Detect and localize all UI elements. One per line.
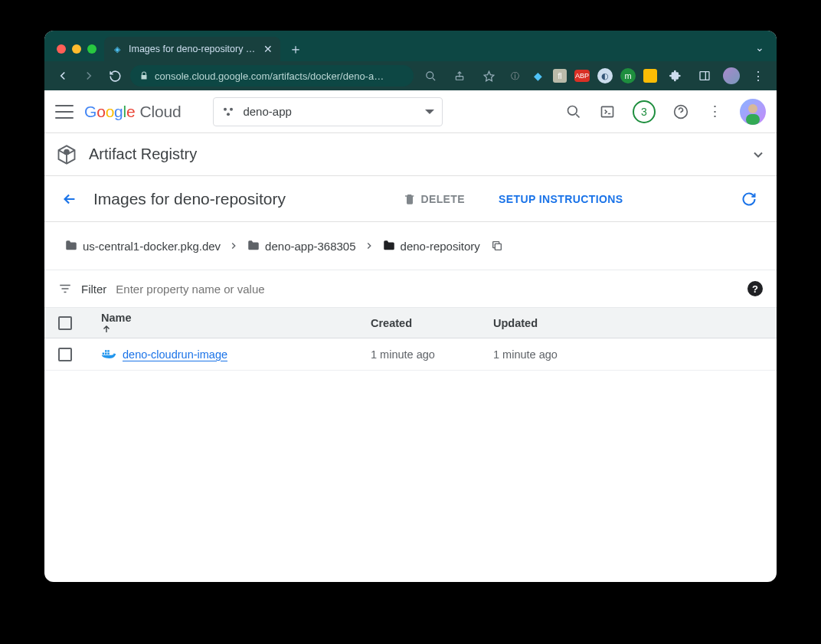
column-header-created[interactable]: Created [371,317,493,329]
breadcrumb-label: us-central1-docker.pkg.dev [83,240,221,253]
nav-menu-button[interactable] [55,105,74,119]
breadcrumb-item[interactable]: deno-app-368305 [247,239,355,253]
svg-rect-13 [103,352,105,355]
back-button[interactable] [52,65,74,87]
svg-point-4 [230,107,233,110]
filter-input[interactable] [116,283,738,296]
help-icon[interactable]: ? [747,281,763,296]
svg-point-5 [227,113,230,116]
column-header-updated[interactable]: Updated [493,317,763,329]
filter-label: Filter [81,283,106,296]
svg-rect-2 [700,72,709,80]
gcp-topbar: Google Cloud deno-app 3 ⋮ [44,90,777,133]
setup-instructions-button[interactable]: SETUP INSTRUCTIONS [499,193,623,205]
svg-rect-15 [107,352,110,355]
new-tab-button[interactable]: ＋ [285,38,306,60]
project-picker[interactable]: deno-app [213,97,443,126]
tab-title: Images for deno-repository – A [129,44,257,54]
service-header: Artifact Registry [44,133,777,176]
lock-icon [139,71,149,80]
extension-icon[interactable]: ◆ [530,68,545,83]
window-minimize-button[interactable] [72,44,81,54]
back-arrow-button[interactable] [61,191,78,208]
window-zoom-button[interactable] [87,44,96,54]
svg-rect-17 [107,350,110,352]
tabs-overflow-icon[interactable]: ⌄ [755,41,777,61]
delete-button[interactable]: DELETE [404,193,465,205]
image-created: 1 minute ago [371,348,493,361]
url-text: console.cloud.google.com/artifacts/docke… [155,70,404,82]
page-header: Images for deno-repository DELETE SETUP … [44,176,777,222]
project-name: deno-app [243,105,291,118]
browser-tab[interactable]: ◈ Images for deno-repository – A ✕ [104,37,280,61]
svg-point-0 [426,71,433,78]
sidepanel-icon[interactable] [694,65,715,87]
images-table: Name Created Updated deno-cloudrun-image… [44,308,777,371]
more-menu-icon[interactable]: ⋮ [706,103,723,120]
extension-icon[interactable]: ◐ [597,68,613,83]
tab-strip: ◈ Images for deno-repository – A ✕ ＋ ⌄ [44,31,777,61]
address-bar[interactable]: console.cloud.google.com/artifacts/docke… [130,65,414,87]
extension-icon[interactable]: ABP [574,70,590,82]
refresh-button[interactable] [741,191,757,207]
table-row: deno-cloudrun-image 1 minute ago 1 minut… [44,338,777,371]
folder-icon [382,239,396,253]
window-controls [54,44,104,61]
svg-point-3 [224,107,227,110]
window-close-button[interactable] [57,44,66,54]
tab-favicon: ◈ [112,44,123,54]
svg-point-6 [568,106,577,115]
help-icon[interactable] [672,103,689,120]
breadcrumb-item[interactable]: us-central1-docker.pkg.dev [64,239,221,253]
project-icon [221,105,235,119]
browser-menu-icon[interactable]: ⋮ [747,65,769,87]
breadcrumb-label: deno-app-368305 [265,240,355,253]
image-name-link[interactable]: deno-cloudrun-image [101,348,371,361]
page-title: Images for deno-repository [93,190,286,208]
search-icon[interactable] [565,103,582,120]
chevron-down-icon [425,110,434,114]
tab-close-icon[interactable]: ✕ [263,43,273,55]
toolbar: console.cloud.google.com/artifacts/docke… [44,61,777,90]
chevron-right-icon [228,240,239,251]
gcp-logo-text: Cloud [140,103,182,121]
image-updated: 1 minute ago [493,348,763,361]
folder-icon [64,239,78,253]
svg-rect-10 [746,114,760,125]
filter-icon[interactable] [58,282,72,296]
breadcrumb: us-central1-docker.pkg.dev deno-app-3683… [44,222,777,270]
breadcrumb-label: deno-repository [401,240,480,253]
svg-rect-14 [105,352,107,355]
table-header: Name Created Updated [44,308,777,338]
column-header-name[interactable]: Name [101,311,371,335]
image-name: deno-cloudrun-image [123,348,227,361]
bookmark-icon[interactable] [478,65,499,87]
select-all-checkbox[interactable] [58,316,72,330]
account-avatar[interactable] [740,99,766,125]
service-title: Artifact Registry [89,145,197,163]
filter-bar: Filter ? [44,270,777,308]
extension-icon[interactable]: fl [553,69,567,83]
notifications-badge[interactable]: 3 [633,100,656,123]
extension-icons: ⓘ ◆ fl ABP ◐ m ⋮ [420,65,769,87]
folder-icon [247,239,260,253]
gcp-logo[interactable]: Google Cloud [84,103,181,121]
docker-icon [101,348,116,361]
extension-icon[interactable] [643,69,657,83]
row-checkbox[interactable] [58,348,72,361]
cloud-shell-icon[interactable] [599,103,616,120]
svg-point-11 [64,149,69,154]
chevron-down-icon[interactable] [751,147,766,162]
copy-icon[interactable] [491,240,503,252]
delete-label: DELETE [420,193,465,205]
svg-point-9 [748,104,757,113]
forward-button[interactable] [78,65,100,87]
extension-icon[interactable]: m [620,68,636,83]
reload-button[interactable] [104,65,126,87]
zoom-icon[interactable] [420,65,441,87]
share-icon[interactable] [449,65,470,87]
chevron-right-icon [364,240,375,251]
extension-icon[interactable]: ⓘ [507,68,522,83]
extensions-icon[interactable] [665,65,686,87]
profile-avatar[interactable] [723,67,740,84]
